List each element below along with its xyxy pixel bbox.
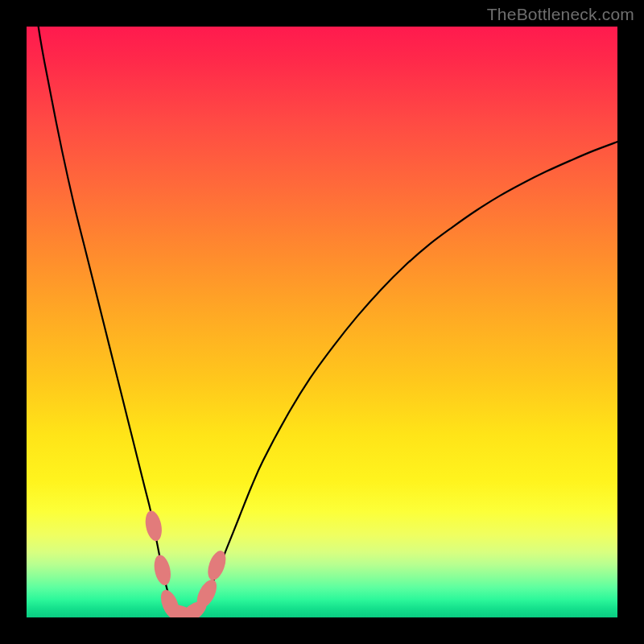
chart-frame: TheBottleneck.com	[0, 0, 644, 644]
markers-group	[143, 510, 229, 617]
marker-point	[152, 554, 174, 587]
watermark-text: TheBottleneck.com	[487, 5, 634, 24]
marker-point	[143, 510, 164, 543]
overlay-svg	[27, 27, 617, 617]
bottleneck-curve	[27, 27, 617, 615]
plot-area	[27, 27, 617, 617]
